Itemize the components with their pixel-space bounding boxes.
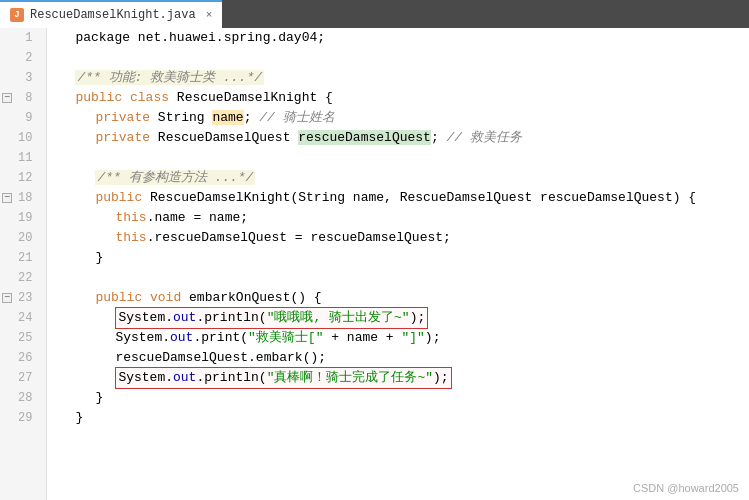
line-num-22: 22 <box>14 268 40 288</box>
code-line-29: } <box>55 408 741 428</box>
fold-method-icon[interactable]: − <box>2 293 12 303</box>
line-num-26: 26 <box>14 348 40 368</box>
line-num-8: 8 <box>14 88 40 108</box>
code-line-27: System.out.println("真棒啊！骑士完成了任务~"); <box>55 368 741 388</box>
line-num-10: 10 <box>14 128 40 148</box>
line-num-25: 25 <box>14 328 40 348</box>
code-line-18: public RescueDamselKnight(String name, R… <box>55 188 741 208</box>
code-line-23: public void embarkOnQuest() { <box>55 288 741 308</box>
code-line-19: this.name = name; <box>55 208 741 228</box>
line-numbers: 1 2 3 8 9 10 11 12 18 19 20 21 22 23 24 … <box>14 28 46 500</box>
code-line-12: /** 有参构造方法 ...*/ <box>55 168 741 188</box>
line-num-29: 29 <box>14 408 40 428</box>
line-num-20: 20 <box>14 228 40 248</box>
code-area: − − − <box>0 28 749 500</box>
watermark: CSDN @howard2005 <box>633 482 739 494</box>
fold-class-icon[interactable]: − <box>2 93 12 103</box>
code-line-25: System.out.print("救美骑士[" + name + "]"); <box>55 328 741 348</box>
line-num-24: 24 <box>14 308 40 328</box>
line-num-2: 2 <box>14 48 40 68</box>
line-num-11: 11 <box>14 148 40 168</box>
code-line-22 <box>55 268 741 288</box>
tab-bar: J RescueDamselKnight.java × <box>0 0 749 28</box>
line-num-1: 1 <box>14 28 40 48</box>
line-num-28: 28 <box>14 388 40 408</box>
code-line-1: package net.huawei.spring.day04; <box>55 28 741 48</box>
code-line-9: private String name; // 骑士姓名 <box>55 108 741 128</box>
line-num-21: 21 <box>14 248 40 268</box>
code-line-8: public class RescueDamselKnight { <box>55 88 741 108</box>
code-line-26: rescueDamselQuest.embark(); <box>55 348 741 368</box>
tab-close-button[interactable]: × <box>206 9 213 21</box>
code-line-11 <box>55 148 741 168</box>
line-num-19: 19 <box>14 208 40 228</box>
line-num-23: 23 <box>14 288 40 308</box>
code-content[interactable]: package net.huawei.spring.day04; /** 功能:… <box>47 28 749 500</box>
line-num-12: 12 <box>14 168 40 188</box>
active-tab[interactable]: J RescueDamselKnight.java × <box>0 0 222 28</box>
line-num-18: 18 <box>14 188 40 208</box>
code-line-10: private RescueDamselQuest rescueDamselQu… <box>55 128 741 148</box>
fold-constructor-icon[interactable]: − <box>2 193 12 203</box>
code-line-28: } <box>55 388 741 408</box>
code-line-2 <box>55 48 741 68</box>
java-file-icon: J <box>10 8 24 22</box>
tab-filename: RescueDamselKnight.java <box>30 8 196 22</box>
line-num-27: 27 <box>14 368 40 388</box>
code-line-3: /** 功能: 救美骑士类 ...*/ <box>55 68 741 88</box>
code-line-20: this.rescueDamselQuest = rescueDamselQue… <box>55 228 741 248</box>
fold-gutter: − − − <box>0 28 14 500</box>
line-num-3: 3 <box>14 68 40 88</box>
code-line-24: System.out.println("哦哦哦, 骑士出发了~"); <box>55 308 741 328</box>
line-num-9: 9 <box>14 108 40 128</box>
code-line-21: } <box>55 248 741 268</box>
